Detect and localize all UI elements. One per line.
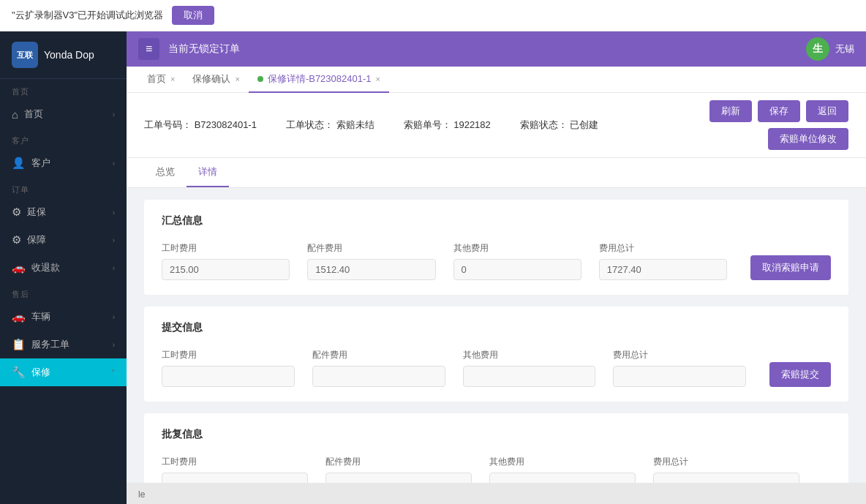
workorder-bar: 工单号码： B723082401-1 工单状态： 索赔未结 索赔单号： 1922… bbox=[127, 93, 866, 158]
bottom-text: le bbox=[138, 489, 145, 500]
approve-parts-input[interactable] bbox=[325, 473, 472, 483]
home-icon: ⌂ bbox=[12, 108, 18, 121]
sidebar-section-order-label: 订单 bbox=[0, 177, 127, 198]
order-status-field: 工单状态： 索赔未结 bbox=[286, 119, 374, 132]
sidebar-section-home-label: 首页 bbox=[0, 79, 127, 100]
sub-tab-detail[interactable]: 详情 bbox=[187, 158, 229, 187]
submit-section: 提交信息 工时费用 配件费用 其他费用 费用总计 bbox=[144, 306, 848, 402]
submit-labor-label: 工时费用 bbox=[162, 349, 295, 361]
claim-no-label: 索赔单号： bbox=[404, 119, 451, 130]
approve-section: 批复信息 工时费用 配件费用 其他费用 费用总计 bbox=[144, 413, 848, 483]
sidebar-item-service[interactable]: 📋 服务工单 › bbox=[0, 331, 127, 358]
modify-unit-button[interactable]: 索赔单位修改 bbox=[768, 128, 848, 150]
submit-parts-input[interactable] bbox=[312, 366, 445, 387]
approve-total-input[interactable] bbox=[653, 473, 799, 483]
customer-icon: 👤 bbox=[12, 157, 26, 170]
summary-total-input[interactable] bbox=[599, 259, 727, 280]
approve-labor-input[interactable] bbox=[162, 473, 308, 483]
tab-detail[interactable]: 保修详情-B723082401-1 × bbox=[249, 67, 389, 93]
submit-other-input[interactable] bbox=[463, 366, 596, 387]
refresh-button[interactable]: 刷新 bbox=[709, 100, 752, 122]
submit-claim-button[interactable]: 索赔提交 bbox=[769, 362, 831, 387]
summary-title: 汇总信息 bbox=[162, 214, 831, 227]
sidebar-item-customer[interactable]: 👤 客户 › bbox=[0, 149, 127, 177]
sub-tab-overview[interactable]: 总览 bbox=[144, 158, 187, 187]
submit-parts-label: 配件费用 bbox=[312, 349, 445, 361]
sidebar-baozhang-label: 保障 bbox=[27, 233, 46, 247]
notif-cancel-button[interactable]: 取消 bbox=[172, 6, 214, 25]
sidebar-item-repair[interactable]: 🔧 保修 ˅ bbox=[0, 358, 127, 386]
approve-title: 批复信息 bbox=[162, 428, 831, 441]
summary-labor-group: 工时费用 bbox=[162, 242, 290, 280]
claim-status-field: 索赔状态： 已创建 bbox=[520, 119, 599, 132]
claim-no-value: 1922182 bbox=[453, 119, 491, 130]
summary-section: 汇总信息 工时费用 配件费用 其他费用 费用总计 bbox=[144, 200, 848, 295]
sidebar-item-baozhang[interactable]: ⚙ 保障 › bbox=[0, 226, 127, 254]
submit-labor-input[interactable] bbox=[162, 366, 295, 387]
save-button[interactable]: 保存 bbox=[758, 100, 800, 122]
order-no-label: 工单号码： bbox=[144, 119, 192, 130]
cancel-claim-button[interactable]: 取消索赔申请 bbox=[750, 255, 831, 280]
chevron-right-icon: › bbox=[113, 110, 115, 119]
summary-other-input[interactable] bbox=[453, 259, 581, 280]
submit-parts-group: 配件费用 bbox=[312, 349, 445, 387]
summary-labor-label: 工时费用 bbox=[162, 242, 290, 255]
main-area: ≡ 当前无锁定订单 生 无锡 首页 × 保修确认 × 保修详情-B7230824… bbox=[127, 31, 866, 504]
approve-fields-row: 工时费用 配件费用 其他费用 费用总计 bbox=[162, 456, 831, 483]
approve-parts-group: 配件费用 bbox=[325, 456, 472, 483]
approve-total-group: 费用总计 bbox=[653, 456, 799, 483]
sidebar-home-label: 首页 bbox=[24, 108, 43, 121]
summary-total-label: 费用总计 bbox=[599, 242, 727, 255]
chevron-right-icon2: › bbox=[113, 159, 115, 168]
logo-text: Yonda Dop bbox=[44, 49, 94, 61]
sidebar-item-vehicle[interactable]: 🚗 车辆 › bbox=[0, 303, 127, 331]
app-layout: 互联 Yonda Dop 首页 ⌂ 首页 › 客户 👤 客户 › 订单 ⚙ bbox=[0, 31, 866, 504]
chevron-right-icon5: › bbox=[113, 264, 115, 272]
baozhang-icon: ⚙ bbox=[12, 233, 21, 247]
submit-total-group: 费用总计 bbox=[613, 349, 746, 387]
sidebar-shouhui-label: 收退款 bbox=[31, 261, 60, 274]
submit-other-group: 其他费用 bbox=[463, 349, 596, 387]
tab-detail-close[interactable]: × bbox=[376, 75, 380, 83]
order-status-value: 索赔未结 bbox=[336, 119, 374, 130]
sidebar-service-label: 服务工单 bbox=[31, 338, 69, 351]
summary-parts-input[interactable] bbox=[307, 259, 435, 280]
summary-parts-label: 配件费用 bbox=[307, 242, 435, 255]
tabs-bar: 首页 × 保修确认 × 保修详情-B723082401-1 × bbox=[127, 67, 866, 93]
submit-other-label: 其他费用 bbox=[463, 349, 596, 361]
submit-title: 提交信息 bbox=[162, 321, 831, 334]
notification-bar: "云扩录制器V3"已开始调试此浏览器 取消 bbox=[0, 0, 866, 31]
user-avatar: 生 bbox=[806, 37, 829, 61]
hamburger-button[interactable]: ≡ bbox=[138, 38, 159, 60]
service-icon: 📋 bbox=[12, 338, 26, 351]
repair-icon: 🔧 bbox=[12, 366, 26, 379]
logo-icon: 互联 bbox=[12, 42, 38, 68]
vehicle-icon: 🚗 bbox=[12, 310, 26, 323]
sidebar-vehicle-label: 车辆 bbox=[31, 310, 50, 323]
tab-home-close[interactable]: × bbox=[170, 75, 175, 83]
tab-home-label: 首页 bbox=[147, 72, 166, 86]
tab-home[interactable]: 首页 × bbox=[138, 67, 184, 93]
tab-confirm-close[interactable]: × bbox=[235, 75, 239, 83]
content-area: 汇总信息 工时费用 配件费用 其他费用 费用总计 bbox=[127, 188, 866, 483]
sidebar-item-home[interactable]: ⌂ 首页 › bbox=[0, 100, 127, 128]
sidebar-logo: 互联 Yonda Dop bbox=[0, 31, 127, 79]
approve-other-group: 其他费用 bbox=[489, 456, 636, 483]
order-status-label: 工单状态： bbox=[286, 119, 334, 130]
summary-fields-row: 工时费用 配件费用 其他费用 费用总计 取消索赔申 bbox=[162, 242, 831, 280]
submit-total-input[interactable] bbox=[613, 366, 746, 387]
approve-other-input[interactable] bbox=[489, 473, 636, 483]
chevron-right-icon3: › bbox=[113, 208, 115, 217]
top-header: ≡ 当前无锁定订单 生 无锡 bbox=[127, 31, 866, 67]
back-button[interactable]: 返回 bbox=[806, 100, 848, 122]
sidebar-item-shouhui[interactable]: 🚗 收退款 › bbox=[0, 254, 127, 282]
sidebar-item-yanwan[interactable]: ⚙ 延保 › bbox=[0, 198, 127, 226]
summary-labor-input[interactable] bbox=[162, 259, 290, 280]
approve-total-label: 费用总计 bbox=[653, 456, 799, 468]
approve-parts-label: 配件费用 bbox=[325, 456, 472, 468]
approve-labor-group: 工时费用 bbox=[162, 456, 308, 483]
sub-tab-detail-label: 详情 bbox=[198, 166, 217, 177]
summary-other-label: 其他费用 bbox=[453, 242, 581, 255]
tab-confirm[interactable]: 保修确认 × bbox=[184, 67, 248, 93]
summary-parts-group: 配件费用 bbox=[307, 242, 435, 280]
